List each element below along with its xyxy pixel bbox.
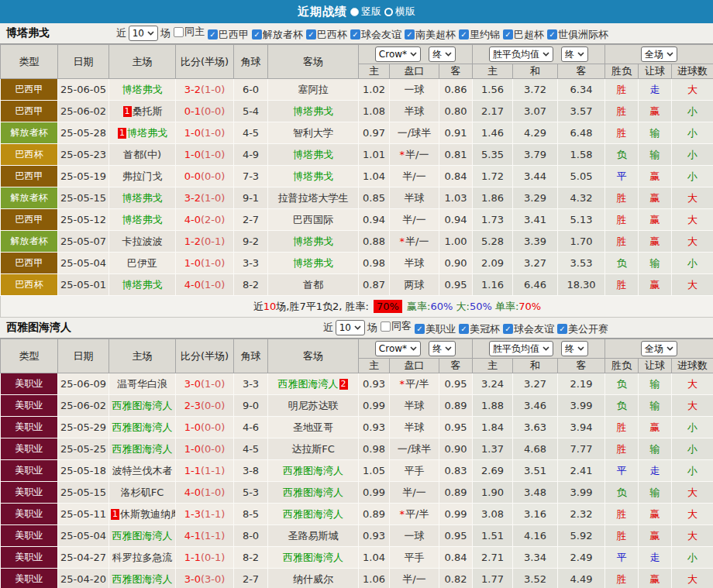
cell-competition: 美职业 [1, 460, 58, 482]
odds-company-select[interactable]: Crow* [375, 46, 421, 62]
cell-competition: 美职业 [1, 547, 58, 569]
cell-avg-draw: 3.16 [513, 504, 558, 525]
score-halftime: (1-0) [201, 487, 225, 498]
horizontal-layout-radio[interactable] [384, 8, 393, 16]
cell-avg-draw: 3.46 [513, 395, 558, 417]
cell-corner: 3-8 [234, 460, 268, 482]
cell-avg-away: 2.32 [558, 504, 605, 525]
cell-away-team: 博塔弗戈 [268, 166, 359, 187]
filter-checkbox[interactable]: ✓ [415, 324, 425, 334]
cell-avg-draw: 3.44 [513, 166, 558, 187]
cell-avg-draw: 3.63 [513, 417, 558, 438]
cell-avg-home: 1.56 [473, 79, 513, 101]
match-count-select[interactable]: 10 [336, 320, 365, 335]
cell-odds-home: 0.98 [359, 438, 390, 460]
filter-check: ✓巴西甲 [205, 28, 249, 42]
avg-type-select[interactable]: 胜平负均值 [489, 46, 553, 62]
handicap-text: 半/一 [405, 236, 429, 247]
cell-corner: 4-9 [234, 144, 268, 166]
table-row: 美职业25-05-04西雅图海湾人4-1(1-1)8-0圣路易斯城0.93一球0… [1, 525, 713, 547]
filter-checkbox[interactable] [381, 322, 391, 332]
star-mark: * [400, 236, 405, 247]
scope-select[interactable]: 全场 [641, 341, 677, 356]
table-row: 巴西甲25-05-12博塔弗戈4-0(2-0)2-7巴西国际0.94半/一0.9… [1, 209, 713, 231]
cell-result: 负 [605, 373, 639, 395]
cell-odds-handicap: 一/球半 [390, 438, 439, 460]
odds-company-select[interactable]: Crow* [375, 341, 421, 356]
cell-date: 25-05-07 [58, 231, 109, 253]
cell-odds-home: 0.94 [359, 209, 390, 231]
cell-goals-result: 大 [672, 395, 713, 417]
avg-time-select[interactable]: 终 [561, 46, 588, 62]
scope-select[interactable]: 全场 [641, 46, 677, 62]
cell-odds-handicap: 两球 [390, 274, 439, 296]
chevron-down-icon [542, 52, 549, 57]
cell-date: 25-06-02 [58, 395, 109, 417]
match-count-select[interactable]: 10 [129, 26, 158, 41]
summary-cell: 近10场,胜7平1负2, 胜率: 70% 赢率:60% 大:50% 单率:70% [1, 296, 713, 318]
cell-handicap-result: 走 [639, 547, 672, 569]
filter-checkbox[interactable]: ✓ [459, 324, 469, 334]
odds-time-select[interactable]: 终 [429, 341, 456, 356]
chevron-down-icon [577, 346, 584, 351]
cell-corner: 9-0 [234, 395, 268, 417]
filter-check: ✓球会友谊 [347, 28, 401, 42]
filter-checkbox[interactable]: ✓ [459, 29, 469, 40]
score-halftime: (0-0) [201, 105, 225, 117]
summary-segment: 70% [518, 301, 541, 312]
avg-time-select[interactable]: 终 [561, 341, 588, 356]
avg-type-select[interactable]: 胜平负均值 [489, 341, 553, 356]
cell-score: 1-2(0-1) [176, 231, 234, 253]
filter-checkbox[interactable] [174, 27, 184, 37]
filter-check: ✓美冠杯 [456, 322, 500, 336]
cell-result: 负 [605, 253, 639, 274]
filter-checkbox[interactable]: ✓ [503, 29, 513, 40]
team-name-text: 西雅图海湾人 [112, 573, 173, 585]
chevron-down-icon [147, 31, 154, 36]
rank-badge: 1 [118, 128, 126, 139]
sub-header-odds-away: 客 [439, 359, 473, 373]
team-name-text: 博塔弗戈 [122, 279, 163, 291]
team-name-text: 西雅图海湾人 [283, 552, 343, 563]
col-header-corner: 角球 [234, 45, 268, 79]
filter-check-label: 巴西杯 [317, 28, 347, 42]
team-name-text: 西雅图海湾人 [112, 400, 173, 411]
filter-checkbox[interactable]: ✓ [547, 29, 557, 40]
cell-result: 胜 [605, 417, 639, 438]
cell-away-team: 西雅图海湾人2 [268, 373, 359, 395]
cell-competition: 解放者杯 [1, 187, 58, 209]
odds-time-select[interactable]: 终 [429, 46, 456, 62]
cell-handicap-result: 输 [639, 373, 672, 395]
cell-away-team: 圣地亚哥 [268, 417, 359, 438]
score-halftime: (1-0) [201, 127, 225, 139]
sub-header-goals: 进球数 [672, 64, 713, 79]
cell-home-team: 博塔弗戈 [109, 209, 176, 231]
cell-odds-away: 0.94 [439, 209, 473, 231]
unit-label: 场 [367, 321, 377, 335]
vertical-layout-radio[interactable] [350, 8, 359, 16]
table-row: 美职业25-06-02西雅图海湾人2-3(0-0)9-0明尼苏达联0.99半球0… [1, 395, 713, 417]
handicap-text: 半球 [405, 400, 425, 411]
table-row: 解放者杯25-05-15博塔弗戈3-2(1-0)9-1拉普拉塔大学生0.85半球… [1, 187, 713, 209]
filter-checkbox[interactable]: ✓ [306, 29, 316, 40]
filter-checkbox[interactable]: ✓ [208, 29, 218, 40]
filter-checkbox[interactable]: ✓ [557, 324, 567, 334]
cell-odds-home: 1.04 [359, 547, 390, 569]
cell-away-team: 西雅图海湾人 [268, 504, 359, 525]
filter-checkbox[interactable]: ✓ [405, 29, 415, 40]
filter-checkbox[interactable]: ✓ [252, 29, 262, 40]
table-row: 美职业25-04-27科罗拉多急流1-1(0-1)8-2西雅图海湾人1.04平手… [1, 547, 713, 569]
filter-checkbox[interactable]: ✓ [503, 324, 513, 334]
cell-competition: 美职业 [1, 569, 58, 588]
table-row: 美职业25-05-29西雅图海湾人1-0(0-0)4-6圣地亚哥0.93半球0.… [1, 417, 713, 438]
cell-avg-away: 1.70 [558, 231, 605, 253]
table-row: 解放者杯25-05-07卡拉波波1-2(0-1)9-2博塔弗戈0.88*半/一1… [1, 231, 713, 253]
handicap-text: 一球 [405, 84, 425, 95]
team-filter-bar: 博塔弗戈 近 10 场 同主✓巴西甲✓解放者杯✓巴西杯✓球会友谊✓南美超杯✓里约… [0, 23, 713, 44]
cell-date: 25-05-15 [58, 482, 109, 504]
score-fulltime: 1-1 [184, 465, 201, 476]
cell-goals-result: 大 [672, 79, 713, 101]
filter-checkbox[interactable]: ✓ [350, 29, 360, 40]
cell-away-team: 西雅图海湾人 [268, 460, 359, 482]
table-row: 美职业25-05-15洛杉矶FC4-0(1-0)5-3西雅图海湾人0.99半/一… [1, 482, 713, 504]
